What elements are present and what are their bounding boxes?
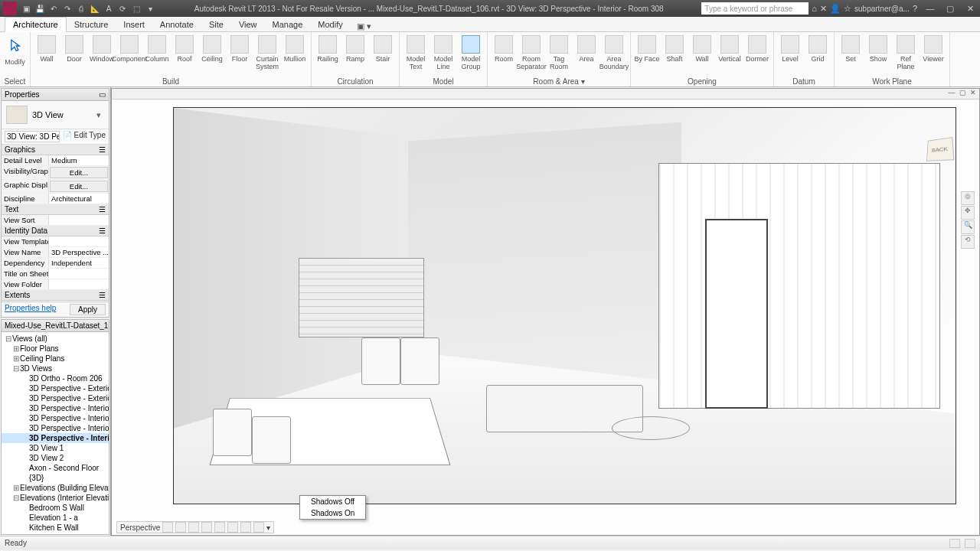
tree-node[interactable]: ⊞Ceiling Plans xyxy=(2,354,109,364)
select-count-icon[interactable] xyxy=(965,539,975,548)
tool-room[interactable]: Room xyxy=(491,34,517,63)
prop-row[interactable]: Graphic Displ...Edit... xyxy=(2,180,109,194)
type-selector[interactable]: 3D View ▾ xyxy=(2,101,109,129)
tab-site[interactable]: Site xyxy=(201,18,231,31)
signin-icon[interactable]: 👤 xyxy=(830,4,841,14)
crop-icon[interactable] xyxy=(227,522,238,533)
tree-node[interactable]: ⊞Floor Plans xyxy=(2,344,109,354)
tool-model-group[interactable]: Model Group xyxy=(458,34,484,70)
tool-tag-room[interactable]: Tag Room xyxy=(546,34,572,70)
browser-title[interactable]: Mixed-Use_RevitLT-Dataset_106.rvt ... xyxy=(2,320,109,332)
steering-wheel-icon[interactable]: ◎ xyxy=(961,191,975,205)
tool-column[interactable]: Column xyxy=(144,34,170,63)
save-icon[interactable]: 💾 xyxy=(34,2,46,15)
tree-node[interactable]: 3D Perspective - Exterio xyxy=(2,383,109,393)
detail-level-icon[interactable] xyxy=(162,522,173,533)
open-icon[interactable]: ▣ xyxy=(20,2,32,15)
tree-node[interactable]: ⊞Elevations (Building Elevation xyxy=(2,483,109,493)
tool-grid[interactable]: Grid xyxy=(805,34,831,63)
tab-insert[interactable]: Insert xyxy=(116,18,152,31)
tool-wall[interactable]: Wall xyxy=(689,34,715,63)
sun-path-icon[interactable] xyxy=(188,522,199,533)
prop-row[interactable]: View Folder xyxy=(2,279,109,290)
tree-node[interactable]: {3D} xyxy=(2,473,109,483)
redo-icon[interactable]: ↷ xyxy=(61,2,74,15)
tree-node[interactable]: 3D Perspective - Exterior xyxy=(2,393,109,403)
print-icon[interactable]: ⎙ xyxy=(75,2,87,15)
pan-icon[interactable]: ✥ xyxy=(961,206,975,220)
tool-curtain-system[interactable]: Curtain System xyxy=(254,34,280,70)
prop-row[interactable]: DisciplineArchitectural xyxy=(2,194,109,204)
tree-node[interactable]: Elevation 1 - a xyxy=(2,513,109,523)
tree-node[interactable]: Room 300 xyxy=(2,533,109,535)
tree-node[interactable]: 3D Perspective - Interi xyxy=(2,433,109,443)
tree-node[interactable]: Kitchen E Wall xyxy=(2,523,109,533)
palette-close-icon[interactable]: ▭ xyxy=(99,90,106,99)
tool-show[interactable]: Show xyxy=(865,34,891,63)
prop-category[interactable]: Extents☰ xyxy=(2,290,109,301)
prop-row[interactable]: Title on Sheet xyxy=(2,269,109,279)
shadows-icon[interactable] xyxy=(201,522,212,533)
tree-node[interactable]: ⊟Elevations (Interior Elevation xyxy=(2,493,109,503)
crop-region-icon[interactable] xyxy=(240,522,251,533)
tree-node[interactable]: 3D Perspective - Interior xyxy=(2,403,109,413)
tab-view[interactable]: View xyxy=(231,18,265,31)
tool-stair[interactable]: Stair xyxy=(370,34,396,63)
tree-node[interactable]: 3D Perspective - Interior xyxy=(2,413,109,423)
prop-row[interactable]: Visibility/Grap...Edit... xyxy=(2,166,109,180)
prop-category[interactable]: Graphics☰ xyxy=(2,145,109,155)
undo-icon[interactable]: ↶ xyxy=(47,2,60,15)
tree-node[interactable]: Axon - Second Floor xyxy=(2,463,109,473)
favorite-icon[interactable]: ☆ xyxy=(844,4,851,14)
tab-annotate[interactable]: Annotate xyxy=(152,18,201,31)
prop-category[interactable]: Identity Data☰ xyxy=(2,226,109,236)
expand-icon[interactable]: ⊞ xyxy=(12,483,20,493)
render-icon[interactable] xyxy=(214,522,225,533)
search-input[interactable]: Type a keyword or phrase xyxy=(701,2,808,15)
tool-model-line[interactable]: Model Line xyxy=(430,34,456,70)
tool-component[interactable]: Component xyxy=(116,34,142,63)
tool-door[interactable]: Door xyxy=(61,34,87,63)
context-tool[interactable]: ▣ ▾ xyxy=(357,21,371,31)
vcb-chevron-icon[interactable]: ▾ xyxy=(266,523,270,532)
tool-floor[interactable]: Floor xyxy=(227,34,253,63)
tree-node[interactable]: ⊟3D Views xyxy=(2,364,109,373)
expand-icon[interactable]: ⊞ xyxy=(12,354,20,364)
tool-dormer[interactable]: Dormer xyxy=(744,34,770,63)
scale-label[interactable]: Perspective xyxy=(120,523,160,532)
tool-by-face[interactable]: By Face xyxy=(634,34,660,63)
prop-row[interactable]: Detail LevelMedium xyxy=(2,155,109,166)
minimize-button[interactable]: — xyxy=(920,2,940,15)
orbit-icon[interactable]: ⟲ xyxy=(961,235,975,249)
tool-area-boundary[interactable]: Area Boundary xyxy=(601,34,627,70)
sync-icon[interactable]: ⟳ xyxy=(116,2,129,15)
tool-ref-plane[interactable]: Ref Plane xyxy=(893,34,919,70)
close-button[interactable]: ✕ xyxy=(960,2,980,15)
3d-canvas[interactable]: BACK ◎ ✥ 🔍 ⟲ Shadows Off Shadows On Pers… xyxy=(112,99,979,535)
qat-dropdown-icon[interactable]: ▾ xyxy=(144,2,156,15)
properties-help-link[interactable]: Properties help xyxy=(5,304,56,315)
exchange-icon[interactable]: ✕ xyxy=(820,4,827,14)
tree-node[interactable]: 3D Ortho - Room 206 xyxy=(2,373,109,383)
prop-row[interactable]: DependencyIndependent xyxy=(2,258,109,269)
view-minimize-icon[interactable]: — xyxy=(947,89,956,98)
shadows-off-item[interactable]: Shadows Off xyxy=(300,496,365,507)
tab-modify[interactable]: Modify xyxy=(310,18,350,31)
tree-node[interactable]: ⊟Views (all) xyxy=(2,334,109,344)
app-icon[interactable] xyxy=(3,2,17,15)
prop-row[interactable]: View Sort xyxy=(2,215,109,226)
prop-row[interactable]: View Template xyxy=(2,236,109,247)
tool-mullion[interactable]: Mullion xyxy=(282,34,308,63)
instance-dropdown[interactable]: 3D View: 3D Perspe xyxy=(5,131,60,142)
tool-model-text[interactable]: Model Text xyxy=(403,34,429,70)
shadows-on-item[interactable]: Shadows On xyxy=(300,507,365,519)
lock-icon[interactable] xyxy=(253,522,264,533)
view-maximize-icon[interactable]: ▢ xyxy=(958,89,967,98)
tree-node[interactable]: 3D View 2 xyxy=(2,453,109,463)
tab-structure[interactable]: Structure xyxy=(67,18,116,31)
tool-railing[interactable]: Railing xyxy=(315,34,341,63)
prop-category[interactable]: Text☰ xyxy=(2,204,109,215)
tool-vertical[interactable]: Vertical xyxy=(717,34,743,63)
view-close-icon[interactable]: ✕ xyxy=(969,89,978,98)
tool-shaft[interactable]: Shaft xyxy=(662,34,688,63)
